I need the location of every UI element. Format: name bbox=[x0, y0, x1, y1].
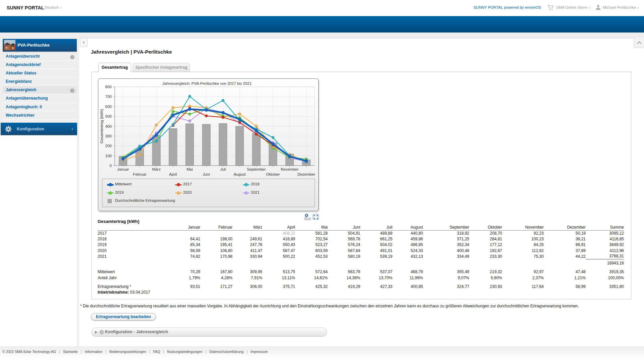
marker-mittelwert bbox=[188, 108, 191, 111]
collapse-sidebar-button[interactable]: ‹ bbox=[80, 38, 88, 47]
cell: 563,79 bbox=[328, 269, 360, 275]
cell: 576,24 bbox=[328, 242, 360, 248]
bar-April bbox=[169, 129, 177, 166]
marker-mittelwert bbox=[271, 142, 274, 145]
legend-label: Mittelwert bbox=[115, 182, 131, 186]
y-tick-label: 400 bbox=[105, 124, 112, 128]
edit-ertragserwartung-button[interactable]: Ertragserwartung bearbeiten bbox=[91, 313, 156, 320]
legend-label: 2020 bbox=[183, 190, 192, 194]
cell: 324,77 bbox=[423, 284, 469, 289]
cell: 416,89 bbox=[262, 236, 295, 242]
table-row-2019: 201985,34195,41247,76550,43523,27576,245… bbox=[98, 242, 624, 248]
cell: 587,47 bbox=[262, 248, 295, 253]
bar-September bbox=[252, 134, 260, 166]
marker-2018 bbox=[172, 123, 174, 126]
sidebar-item-jahresvergleich[interactable]: Jahresvergleich bbox=[3, 86, 77, 94]
cell: 537,07 bbox=[360, 269, 392, 275]
cell: 247,76 bbox=[232, 242, 262, 248]
sidebar-item-anlagenlogbuch-0[interactable]: Anlagenlogbuch: 0 bbox=[3, 103, 77, 111]
legend-label: 2017 bbox=[183, 182, 192, 186]
commissioning-label: Inbetriebnahme: bbox=[98, 290, 129, 295]
marker-mittelwert bbox=[121, 157, 124, 160]
sidebar-item-anlagensteckbrief[interactable]: Anlagensteckbrief bbox=[3, 61, 77, 69]
column-header: Februar bbox=[200, 224, 232, 230]
marker-2018 bbox=[272, 136, 274, 139]
tab-gesamtertrag[interactable]: Gesamtertrag bbox=[98, 63, 131, 72]
cell: 170,98 bbox=[200, 253, 232, 259]
sunny-portal-logo[interactable]: SUNNY PORTAL bbox=[7, 5, 44, 10]
column-header: Januar bbox=[174, 224, 200, 230]
cell: 375,71 bbox=[262, 284, 295, 289]
legend-label: Durchschnittliche Ertragserwartung bbox=[115, 198, 175, 202]
legend-dot-swatch bbox=[109, 191, 112, 195]
cell: 5,60% bbox=[469, 275, 502, 281]
cell: 3849,92 bbox=[586, 242, 624, 248]
cell: 4,28% bbox=[200, 275, 232, 281]
table-row-mittelwert: Mittelwert70,29167,80309,95513,75572,645… bbox=[98, 269, 624, 275]
top-bar-divider bbox=[591, 5, 591, 11]
export-chart-icon[interactable] bbox=[304, 214, 311, 220]
fullscreen-chart-icon[interactable] bbox=[313, 214, 319, 220]
column-header: September bbox=[423, 224, 469, 230]
footer-link-datenschutzerkl-rung[interactable]: Datenschutzerklärung bbox=[209, 350, 244, 354]
cell: 459,86 bbox=[392, 236, 423, 242]
sidebar-item-label: Energiebilanz bbox=[6, 77, 32, 86]
cell: 400,85 bbox=[392, 284, 423, 289]
column-header: Juli bbox=[360, 224, 392, 230]
cell: 523,27 bbox=[295, 242, 328, 248]
cell: 524,33 bbox=[392, 248, 423, 253]
legend-dot-swatch bbox=[245, 191, 248, 195]
cell: 230,93 bbox=[469, 284, 502, 289]
sidebar-item-konfiguration[interactable]: Konfiguration › bbox=[1, 123, 77, 135]
sidebar-item-energiebilanz[interactable]: Energiebilanz bbox=[3, 77, 77, 86]
user-menu[interactable]: Michael Perlitschke ∨ bbox=[603, 5, 639, 9]
x-tick-label: Juni bbox=[203, 172, 210, 176]
footer-link-faq[interactable]: FAQ bbox=[153, 350, 160, 354]
chevron-down-icon: ∨ bbox=[588, 6, 590, 9]
table-row-ertragserwartung: Ertragserwartung *93,51171,27306,00375,7… bbox=[98, 284, 624, 289]
globe-icon bbox=[70, 55, 74, 61]
footer-link-nutzungsbedingungen[interactable]: Nutzungsbedingungen bbox=[167, 350, 202, 354]
cell: 427,33 bbox=[360, 284, 392, 289]
y-tick-label: 600 bbox=[105, 105, 112, 109]
grand-total: 18943,16 bbox=[586, 259, 624, 266]
collapse-panel-button[interactable] bbox=[634, 38, 644, 48]
user-icon[interactable] bbox=[595, 4, 601, 12]
cell: 58,99 bbox=[544, 284, 586, 289]
sidebar-item-label: Anlagensteckbrief bbox=[6, 61, 41, 69]
cell: 177,12 bbox=[469, 242, 502, 248]
marker-2017 bbox=[255, 133, 258, 136]
cell: 425,32 bbox=[295, 284, 328, 289]
sidebar-item-label: Anlagenlogbuch: 0 bbox=[6, 103, 42, 111]
marker-2018 bbox=[189, 95, 191, 98]
sidebar-item-anlagen-berwachung[interactable]: Anlagenüberwachung bbox=[3, 94, 77, 103]
sidebar-item-aktueller-status[interactable]: Aktueller Status bbox=[3, 69, 77, 77]
table-row-anteil-jahr: Anteil Jahr1,79%4,28%7,91%13,11%14,61%14… bbox=[98, 275, 624, 281]
language-selector[interactable]: Deutsch ∨ bbox=[45, 5, 62, 9]
cart-icon[interactable] bbox=[547, 4, 554, 12]
sidebar-item-wechselrichter[interactable]: Wechselrichter bbox=[3, 111, 77, 120]
sidebar-plant-header[interactable]: PVA-Perlitschke bbox=[3, 39, 77, 52]
konfiguration-jahresvergleich-panel[interactable]: ▶ Konfiguration - Jahresvergleich bbox=[91, 327, 327, 337]
sma-online-store-link[interactable]: SMA Online Store ∨ bbox=[556, 5, 590, 9]
sidebar-item-label: Anlagenübersicht bbox=[6, 52, 40, 61]
marker-mittelwert bbox=[171, 114, 174, 117]
cell: 195,41 bbox=[200, 242, 232, 248]
footer-link-information[interactable]: Information bbox=[85, 350, 103, 354]
tab-spezifischer-anlagenertrag[interactable]: Spezifischer Anlagenertrag bbox=[133, 63, 190, 72]
bar-Juni bbox=[202, 124, 210, 166]
table-header-row: JanuarFebruarMärzAprilMaiJuniJuliAugustS… bbox=[98, 224, 624, 230]
cell: 50,19 bbox=[544, 230, 586, 236]
powered-by-link[interactable]: SUNNY PORTAL powered by ennexOS bbox=[473, 5, 541, 9]
commissioning-date: 03.04.2017 bbox=[130, 290, 150, 295]
sidebar-item-anlagen-bersicht[interactable]: Anlagenübersicht bbox=[3, 52, 77, 61]
y-axis-title: Gesamtertrag [kWh] bbox=[100, 109, 104, 143]
marker-2021 bbox=[189, 120, 191, 122]
cell: 309,95 bbox=[232, 269, 262, 275]
cell: 419,29 bbox=[328, 284, 360, 289]
footer-link-impressum[interactable]: Impressum bbox=[251, 350, 268, 354]
cell: 352,34 bbox=[423, 242, 469, 248]
footer-link-startseite[interactable]: Startseite bbox=[63, 350, 78, 354]
footer-link-bedienungsanleitungen[interactable]: Bedienungsanleitungen bbox=[109, 350, 146, 354]
column-header: August bbox=[392, 224, 423, 230]
